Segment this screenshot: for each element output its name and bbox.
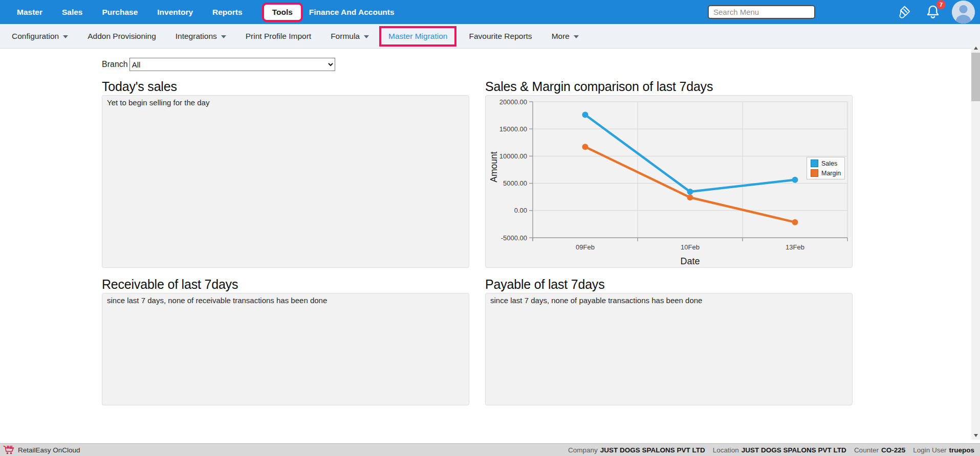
data-point-margin (582, 144, 589, 150)
topnav-right-section: 7 (708, 1, 980, 24)
chevron-down-icon (221, 35, 226, 38)
legend-label-margin: Margin (821, 170, 841, 177)
session-info-value: JUST DOGS SPALONS PVT LTD (742, 446, 846, 454)
dashboard-content: Branch All Today's sales Yet to begin se… (0, 49, 980, 443)
top-navigation-bar: MasterSalesPurchaseInventoryReportsTools… (0, 0, 980, 24)
subnav-item-label: Addon Provisioning (88, 32, 156, 41)
highlight-box-tools: Tools (262, 3, 303, 22)
todays-sales-title: Today's sales (102, 78, 469, 95)
payable-section: Payable of last 7days since last 7 days,… (485, 268, 853, 405)
subnav-item-label: More (552, 32, 570, 41)
y-tick-label: 10000.00 (499, 152, 527, 160)
scrollbar-up-button[interactable] (971, 43, 980, 52)
subnav-item-formula[interactable]: Formula (331, 32, 369, 41)
data-point-margin (687, 194, 693, 200)
x-tick-label: 09Feb (576, 243, 595, 251)
topnav-item-master[interactable]: Master (17, 8, 42, 17)
sales-margin-chart-panel: 20000.0015000.0010000.005000.000.00-5000… (485, 95, 853, 268)
topnav-item-sales[interactable]: Sales (62, 8, 83, 17)
subnav-item-label: Master Migration (388, 32, 447, 41)
branch-filter-row: Branch All (0, 49, 980, 71)
subnav-item-favourite-reports[interactable]: Favourite Reports (469, 32, 532, 41)
legend-label-sales: Sales (821, 160, 837, 167)
x-tick-label: 10Feb (681, 243, 700, 251)
subnav-item-addon-provisioning[interactable]: Addon Provisioning (88, 32, 156, 41)
todays-sales-panel: Yet to begin selling for the day (102, 95, 469, 268)
sales-margin-title: Sales & Margin comparison of last 7days (485, 78, 853, 95)
session-info-label: Location (713, 446, 739, 454)
scroll-down-icon (974, 434, 978, 437)
data-point-sales (792, 177, 798, 183)
series-line-margin (585, 147, 795, 222)
scrollbar-down-button[interactable] (971, 431, 980, 440)
session-info-login-user: Login Usertruepos (913, 446, 974, 454)
session-info: CompanyJUST DOGS SPALONS PVT LTDLocation… (568, 446, 974, 454)
y-tick-label: 15000.00 (499, 125, 527, 133)
chart-y-axis-label: Amount (489, 136, 499, 198)
session-info-counter: CounterCO-225 (854, 446, 905, 454)
x-tick-label: 13Feb (786, 243, 804, 251)
receivable-panel: since last 7 days, none of receivable tr… (102, 293, 469, 405)
search-input[interactable] (708, 5, 815, 19)
legend-item-sales: Sales (811, 159, 841, 167)
y-tick-label: 20000.00 (499, 98, 527, 106)
app-name: RetailEasy OnCloud (18, 446, 80, 454)
chevron-down-icon (63, 35, 68, 38)
subnav-item-label: Print Profile Import (246, 32, 311, 41)
y-tick-label: -5000.00 (501, 234, 527, 242)
branch-select[interactable]: All (129, 58, 335, 71)
svg-text:RE: RE (7, 445, 13, 450)
data-point-sales (582, 112, 589, 118)
topnav-item-inventory[interactable]: Inventory (157, 8, 193, 17)
chart-x-axis-label: Date (533, 256, 847, 267)
topnav-items: MasterSalesPurchaseInventoryReportsTools… (17, 3, 414, 22)
notification-badge: 7 (937, 0, 946, 9)
branch-label: Branch (102, 60, 128, 69)
subnav-item-print-profile-import[interactable]: Print Profile Import (246, 32, 311, 41)
chevron-down-icon (574, 35, 579, 38)
legend-swatch-margin (811, 169, 818, 177)
data-point-sales (687, 189, 693, 195)
payable-title: Payable of last 7days (485, 276, 853, 293)
secondary-navigation-bar: ConfigurationAddon ProvisioningIntegrati… (0, 24, 980, 49)
subnav-item-label: Configuration (12, 32, 59, 41)
sales-margin-section: Sales & Margin comparison of last 7days … (485, 71, 853, 268)
legend-item-margin: Margin (811, 169, 841, 177)
payable-panel: since last 7 days, none of payable trans… (485, 293, 853, 405)
y-tick-label: 5000.00 (503, 179, 527, 187)
subnav-item-configuration[interactable]: Configuration (12, 32, 68, 41)
user-avatar[interactable] (952, 1, 975, 24)
session-info-label: Company (568, 446, 598, 454)
subnav-item-more[interactable]: More (552, 32, 579, 41)
legend-swatch-sales (811, 159, 818, 167)
receivable-message: since last 7 days, none of receivable tr… (102, 293, 469, 307)
topnav-item-finance-and-accounts[interactable]: Finance And Accounts (309, 8, 395, 17)
payable-message: since last 7 days, none of payable trans… (486, 293, 852, 307)
retaileasy-cart-logo: RE (3, 444, 15, 455)
session-info-value: JUST DOGS SPALONS PVT LTD (600, 446, 705, 454)
session-info-company: CompanyJUST DOGS SPALONS PVT LTD (568, 446, 705, 454)
topnav-item-purchase[interactable]: Purchase (102, 8, 138, 17)
scroll-up-icon (974, 47, 978, 50)
session-info-label: Login User (913, 446, 946, 454)
vertical-scrollbar[interactable] (971, 43, 980, 440)
subnav-item-label: Integrations (176, 32, 217, 41)
subnav-item-label: Favourite Reports (469, 32, 532, 41)
data-point-margin (792, 219, 798, 225)
y-tick-label: 0.00 (514, 207, 527, 214)
receivable-section: Receivable of last 7days since last 7 da… (102, 268, 469, 405)
bell-icon[interactable]: 7 (925, 4, 941, 20)
topnav-item-tools[interactable]: Tools (264, 5, 301, 20)
topnav-item-reports[interactable]: Reports (212, 8, 243, 17)
paint-brush-icon[interactable] (896, 5, 911, 20)
session-info-location: LocationJUST DOGS SPALONS PVT LTD (713, 446, 846, 454)
sales-margin-chart: 20000.0015000.0010000.005000.000.00-5000… (486, 96, 852, 267)
series-line-sales (585, 115, 795, 192)
scrollbar-thumb[interactable] (971, 53, 980, 101)
receivable-title: Receivable of last 7days (102, 276, 469, 293)
subnav-item-integrations[interactable]: Integrations (176, 32, 226, 41)
status-bar: RE RetailEasy OnCloud CompanyJUST DOGS S… (0, 443, 980, 456)
subnav-item-label: Formula (331, 32, 360, 41)
subnav-item-master-migration[interactable]: Master Migration (379, 26, 456, 47)
session-info-value: CO-225 (881, 446, 905, 454)
